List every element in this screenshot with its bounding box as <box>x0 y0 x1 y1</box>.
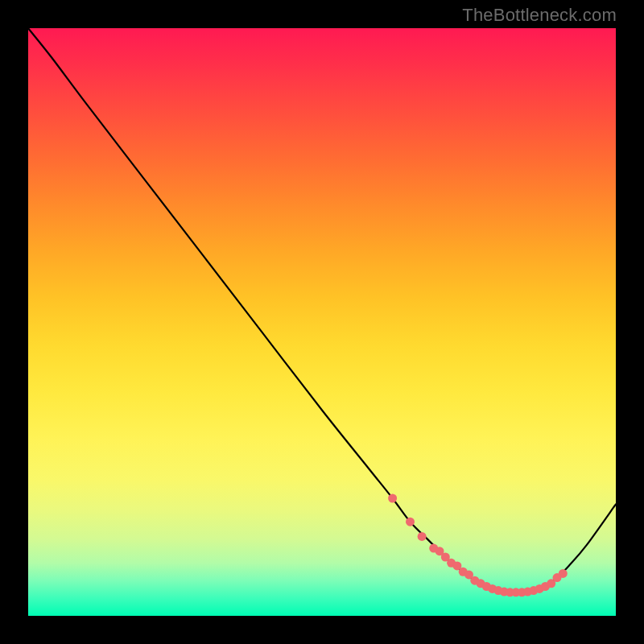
chart-frame: TheBottleneck.com <box>0 0 644 644</box>
bottleneck-curve <box>28 28 616 592</box>
marker-dot <box>388 494 397 503</box>
marker-dot <box>559 569 568 578</box>
marker-dot <box>406 518 415 526</box>
watermark-text: TheBottleneck.com <box>462 5 617 26</box>
marker-dots <box>388 494 568 597</box>
marker-dot <box>418 532 427 541</box>
curve-layer <box>28 28 616 616</box>
plot-area <box>28 28 616 616</box>
